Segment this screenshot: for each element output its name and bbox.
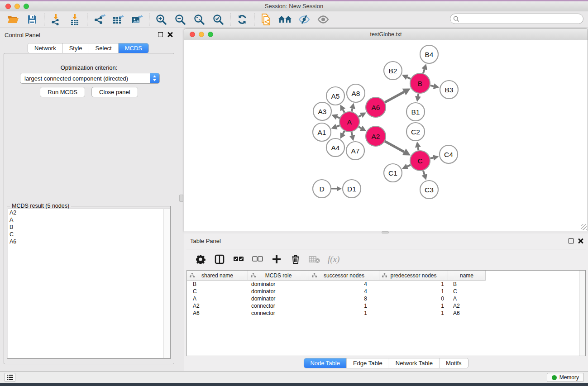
edge-A-A2[interactable] bbox=[359, 127, 361, 128]
new-network-from-selection-button[interactable] bbox=[257, 12, 276, 27]
edge-B-B1[interactable] bbox=[418, 94, 418, 96]
tab-select[interactable]: Select bbox=[89, 43, 118, 53]
run-mcds-button[interactable]: Run MCDS bbox=[40, 87, 85, 97]
toolbar-separator bbox=[230, 13, 230, 26]
refresh-layout-button[interactable] bbox=[233, 12, 252, 27]
result-item[interactable]: C bbox=[8, 231, 170, 238]
optimization-criterion-select[interactable]: largest connected component (directed) bbox=[20, 73, 160, 84]
tab-node-table[interactable]: Node Table bbox=[304, 358, 346, 368]
table-row[interactable]: Bdominator41B bbox=[187, 281, 585, 288]
result-item[interactable]: B bbox=[8, 224, 170, 231]
export-image-button[interactable] bbox=[128, 12, 147, 27]
tab-edge-table[interactable]: Edge Table bbox=[346, 358, 389, 368]
select-all-columns-button[interactable] bbox=[233, 253, 244, 265]
export-table-button[interactable] bbox=[109, 12, 128, 27]
edge-A-A6[interactable] bbox=[359, 115, 361, 117]
result-item[interactable]: A bbox=[8, 216, 170, 224]
edge-A-A5[interactable] bbox=[343, 110, 344, 112]
memory-button[interactable]: Memory bbox=[547, 373, 584, 382]
deselect-all-columns-button[interactable] bbox=[252, 253, 263, 265]
table-row[interactable]: A2connector11A2 bbox=[187, 302, 585, 310]
result-list-scrollbar[interactable] bbox=[163, 209, 170, 358]
export-network-button[interactable] bbox=[90, 12, 109, 27]
edge-A6-B[interactable] bbox=[385, 92, 404, 102]
float-panel-icon[interactable] bbox=[158, 32, 163, 37]
zoom-fit-button[interactable] bbox=[190, 12, 209, 27]
column-header-label: predecessor nodes bbox=[390, 272, 436, 279]
function-builder-button[interactable]: f(x) bbox=[328, 253, 339, 265]
table-cell: B bbox=[187, 281, 248, 288]
table-body: Bdominator41BCdominator41CAdominator80AA… bbox=[187, 281, 585, 317]
column-header-predecessor-nodes[interactable]: predecessor nodes bbox=[379, 271, 448, 281]
network-canvas[interactable]: B4B2BB3A5A8A6B1A3AC2A1A2A4A7C4CC1C3DD1 bbox=[184, 40, 588, 231]
save-session-button[interactable] bbox=[23, 12, 42, 27]
edge-B-B3[interactable] bbox=[430, 86, 434, 86]
node-label-A6: A6 bbox=[372, 104, 380, 111]
table-row[interactable]: A6connector11A6 bbox=[187, 310, 585, 317]
tab-network[interactable]: Network bbox=[28, 43, 62, 53]
tab-network-table[interactable]: Network Table bbox=[389, 358, 439, 368]
edge-A-A4[interactable] bbox=[343, 131, 344, 133]
edge-B-B4[interactable] bbox=[423, 69, 425, 73]
arrowhead-icon bbox=[415, 142, 421, 148]
table-cell: C bbox=[448, 288, 486, 295]
import-table-button[interactable] bbox=[66, 12, 85, 27]
table-settings-button[interactable] bbox=[195, 253, 206, 265]
edge-C-C2[interactable] bbox=[418, 147, 418, 150]
show-all-button[interactable] bbox=[314, 12, 333, 27]
column-header-name[interactable]: name bbox=[448, 271, 486, 281]
edge-A2-C[interactable] bbox=[385, 141, 404, 152]
node-label-C3: C3 bbox=[425, 186, 434, 194]
close-panel-button[interactable]: Close panel bbox=[91, 87, 138, 97]
close-panel-icon[interactable] bbox=[167, 32, 173, 37]
zoom-in-button[interactable] bbox=[152, 12, 171, 27]
edge-C-C4[interactable] bbox=[430, 158, 433, 159]
edge-A-A8[interactable] bbox=[352, 109, 353, 112]
arrowhead-icon bbox=[349, 135, 355, 141]
toggle-column-panel-button[interactable] bbox=[214, 253, 225, 265]
result-item[interactable]: A2 bbox=[8, 209, 170, 216]
column-header-shared-name[interactable]: shared name bbox=[187, 271, 248, 281]
delete-table-button[interactable] bbox=[309, 253, 320, 265]
edge-B-B2[interactable] bbox=[407, 77, 411, 79]
table-row[interactable]: Adominator80A bbox=[187, 295, 585, 302]
add-column-button[interactable] bbox=[271, 253, 282, 265]
list-icon bbox=[7, 375, 13, 380]
tab-motifs[interactable]: Motifs bbox=[439, 358, 468, 368]
column-header-label: name bbox=[460, 272, 473, 279]
columns-icon bbox=[215, 254, 225, 264]
import-network-button[interactable] bbox=[47, 12, 66, 27]
zoom-out-button[interactable] bbox=[171, 12, 190, 27]
first-neighbors-button[interactable] bbox=[276, 12, 295, 27]
mcds-result-list[interactable]: A2ABCA6 bbox=[8, 209, 170, 358]
optimization-criterion-label: Optimization criterion: bbox=[4, 64, 174, 71]
edge-A-A3[interactable] bbox=[337, 117, 339, 118]
delete-column-button[interactable] bbox=[290, 253, 301, 265]
edge-A-A7[interactable] bbox=[352, 132, 353, 136]
table-scrollbar[interactable] bbox=[579, 271, 585, 356]
node-label-A7: A7 bbox=[351, 147, 360, 155]
arrowhead-icon bbox=[415, 96, 421, 102]
table-row[interactable]: Cdominator41C bbox=[187, 288, 585, 295]
optimization-criterion-value: largest connected component (directed) bbox=[20, 75, 150, 82]
tab-style[interactable]: Style bbox=[62, 43, 89, 53]
show-task-history-button[interactable] bbox=[5, 373, 15, 382]
edge-C-C1[interactable] bbox=[407, 165, 411, 166]
float-table-panel-icon[interactable] bbox=[569, 238, 574, 243]
window-resize-grip[interactable] bbox=[581, 224, 587, 230]
table-cell: A6 bbox=[448, 310, 486, 317]
column-header-MCDS-role[interactable]: MCDS role bbox=[248, 271, 309, 281]
tab-mcds[interactable]: MCDS bbox=[118, 43, 148, 53]
result-item[interactable]: A6 bbox=[8, 238, 170, 245]
arrowhead-icon bbox=[433, 83, 440, 89]
column-header-successor-nodes[interactable]: successor nodes bbox=[309, 271, 379, 281]
search-input[interactable] bbox=[459, 15, 583, 23]
edge-C-C3[interactable] bbox=[423, 171, 425, 175]
node-label-D1: D1 bbox=[347, 185, 356, 193]
hide-selected-button[interactable] bbox=[295, 12, 314, 27]
close-table-panel-icon[interactable] bbox=[578, 238, 583, 243]
open-file-button[interactable] bbox=[4, 12, 23, 27]
zoom-selected-button[interactable] bbox=[209, 12, 228, 27]
panel-divider-grip[interactable] bbox=[179, 195, 183, 202]
edge-A-A1[interactable] bbox=[336, 125, 339, 127]
